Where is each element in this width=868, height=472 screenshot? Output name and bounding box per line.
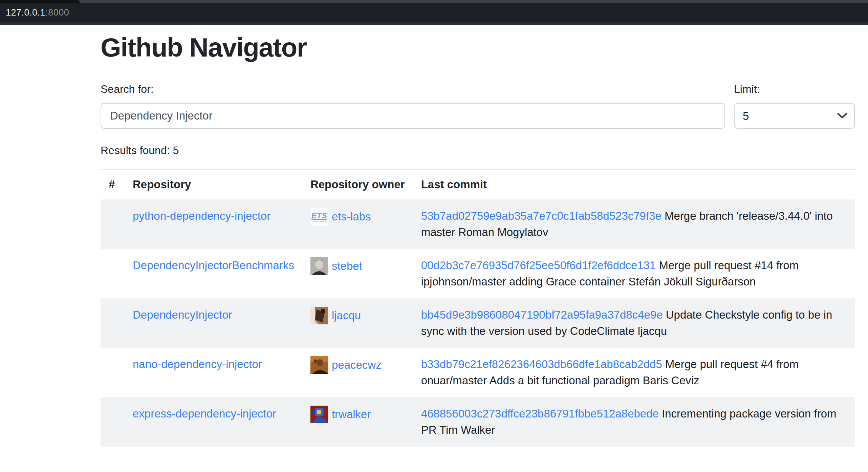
owner-link[interactable]: peacecwz <box>332 357 382 373</box>
browser-bar-divider <box>0 22 868 25</box>
owner-link[interactable]: trwalker <box>332 406 371 423</box>
table-row: express-dependency-injector <box>101 397 855 447</box>
main-content: Github Navigator Search for: Limit: 5 <box>101 33 855 447</box>
commit-cell: 00d2b3c7e76935d76f25ee50f6d1f2ef6ddce131… <box>413 249 855 298</box>
commit-cell: bb45d9e3b98608047190bf72a95fa9a37d8c4e9e… <box>413 298 855 348</box>
page-title: Github Navigator <box>101 33 855 62</box>
column-header-owner: Repository owner <box>302 169 413 199</box>
results-summary: Results found: 5 <box>101 144 855 157</box>
commit-sha-link[interactable]: 53b7ad02759e9ab35a7e7c0c1fab58d523c79f3e <box>421 210 661 222</box>
repo-link[interactable]: DependencyInjectorBenchmarks <box>133 259 294 272</box>
row-number-cell <box>101 298 125 348</box>
owner-link[interactable]: ljacqu <box>332 307 361 324</box>
repo-link[interactable]: DependencyInjector <box>133 308 232 321</box>
column-header-number: # <box>101 169 125 199</box>
column-header-repository: Repository <box>125 169 302 199</box>
owner-link[interactable]: ets-labs <box>332 209 371 225</box>
table-row: nano-dependency-injector <box>101 348 855 397</box>
table-row: DependencyInjectorBenchmarks <box>101 249 855 298</box>
browser-chrome: 127.0.0.1:8000 <box>0 0 868 25</box>
commit-sha-link[interactable]: 00d2b3c7e76935d76f25ee50f6d1f2ef6ddce131 <box>421 259 656 272</box>
screen: 127.0.0.1:8000 Github Navigator Search f… <box>0 0 868 447</box>
commit-cell: b33db79c21ef8262364603db66dfe1ab8cab2dd5… <box>413 348 855 397</box>
active-tab-top <box>0 0 80 3</box>
limit-field-group: Limit: 5 <box>734 83 855 129</box>
results-table: # Repository Repository owner Last commi… <box>101 169 855 447</box>
limit-label: Limit: <box>734 83 855 95</box>
owner-cell: ljacqu <box>310 307 405 324</box>
ets-labs-avatar: ETS <box>310 208 328 226</box>
owner-cell: stebet <box>310 257 405 275</box>
repo-link[interactable]: python-dependency-injector <box>133 210 270 222</box>
owner-cell: peacecwz <box>310 356 405 374</box>
row-number-cell <box>101 199 125 249</box>
repo-link[interactable]: nano-dependency-injector <box>133 358 262 370</box>
peacecwz-avatar <box>310 356 328 374</box>
table-header-row: # Repository Repository owner Last commi… <box>101 169 855 199</box>
browser-tab-strip <box>0 0 868 3</box>
search-field-group: Search for: <box>101 83 725 129</box>
commit-sha-link[interactable]: 468856003c273dffce23b86791fbbe512a8ebede <box>421 407 659 420</box>
table-row: python-dependency-injector ETS ets-labs … <box>101 199 855 249</box>
commit-cell: 468856003c273dffce23b86791fbbe512a8ebede… <box>413 397 855 447</box>
row-number-cell <box>101 249 125 298</box>
table-row: DependencyInjector <box>101 298 855 348</box>
owner-cell: trwalker <box>310 406 405 423</box>
commit-cell: 53b7ad02759e9ab35a7e7c0c1fab58d523c79f3e… <box>413 199 855 249</box>
commit-sha-link[interactable]: bb45d9e3b98608047190bf72a95fa9a37d8c4e9e <box>421 308 663 321</box>
limit-select-wrap: 5 <box>734 103 855 129</box>
column-header-last-commit: Last commit <box>413 169 855 199</box>
repo-link[interactable]: express-dependency-injector <box>133 407 276 420</box>
owner-cell: ETS ets-labs <box>310 208 405 226</box>
limit-select[interactable]: 5 <box>734 103 855 129</box>
search-input[interactable] <box>101 103 725 129</box>
trwalker-avatar <box>310 406 328 423</box>
row-number-cell <box>101 397 125 447</box>
commit-sha-link[interactable]: b33db79c21ef8262364603db66dfe1ab8cab2dd5 <box>421 358 662 370</box>
url-port: :8000 <box>45 7 69 18</box>
ljacqu-avatar <box>310 307 328 324</box>
owner-link[interactable]: stebet <box>332 258 362 274</box>
search-label: Search for: <box>101 83 725 95</box>
url-host: 127.0.0.1 <box>6 7 45 18</box>
row-number-cell <box>101 348 125 397</box>
search-form: Search for: Limit: 5 <box>101 83 855 129</box>
stebet-avatar <box>310 257 328 275</box>
browser-address-bar[interactable]: 127.0.0.1:8000 <box>0 3 868 22</box>
